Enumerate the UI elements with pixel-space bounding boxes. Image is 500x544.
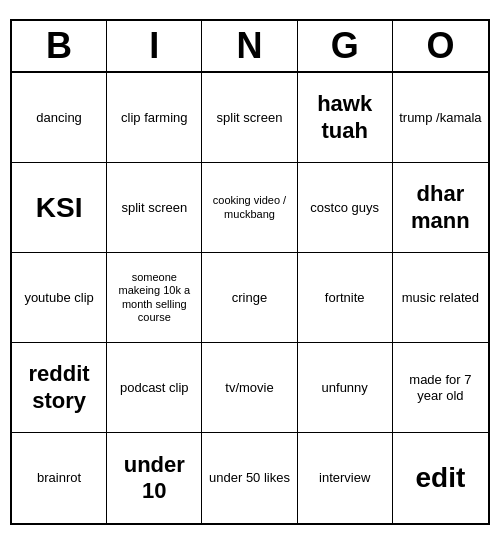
bingo-cell-9: dhar mann [393, 163, 488, 253]
bingo-cell-0: dancing [12, 73, 107, 163]
bingo-cell-15: reddit story [12, 343, 107, 433]
bingo-cell-5: KSI [12, 163, 107, 253]
bingo-cell-4: trump /kamala [393, 73, 488, 163]
bingo-cell-8: costco guys [298, 163, 393, 253]
bingo-cell-10: youtube clip [12, 253, 107, 343]
bingo-grid: dancingclip farmingsplit screenhawk tuah… [12, 73, 488, 523]
bingo-cell-24: edit [393, 433, 488, 523]
header-letter-g: G [298, 21, 393, 71]
header-letter-o: O [393, 21, 488, 71]
bingo-cell-2: split screen [202, 73, 297, 163]
bingo-cell-18: unfunny [298, 343, 393, 433]
header-letter-b: B [12, 21, 107, 71]
bingo-cell-7: cooking video / muckbang [202, 163, 297, 253]
bingo-cell-16: podcast clip [107, 343, 202, 433]
bingo-cell-23: interview [298, 433, 393, 523]
bingo-cell-14: music related [393, 253, 488, 343]
bingo-cell-17: tv/movie [202, 343, 297, 433]
bingo-card: BINGO dancingclip farmingsplit screenhaw… [10, 19, 490, 525]
bingo-cell-13: fortnite [298, 253, 393, 343]
bingo-cell-1: clip farming [107, 73, 202, 163]
bingo-cell-22: under 50 likes [202, 433, 297, 523]
header-letter-i: I [107, 21, 202, 71]
bingo-cell-19: made for 7 year old [393, 343, 488, 433]
bingo-cell-20: brainrot [12, 433, 107, 523]
bingo-cell-12: cringe [202, 253, 297, 343]
bingo-cell-3: hawk tuah [298, 73, 393, 163]
bingo-cell-6: split screen [107, 163, 202, 253]
bingo-header: BINGO [12, 21, 488, 73]
bingo-cell-11: someone makeing 10k a month selling cour… [107, 253, 202, 343]
header-letter-n: N [202, 21, 297, 71]
bingo-cell-21: under 10 [107, 433, 202, 523]
